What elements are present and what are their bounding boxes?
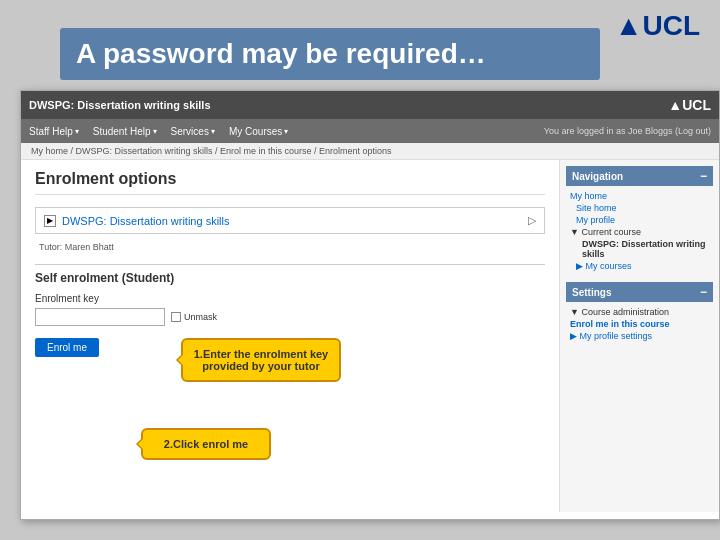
section-divider [35,264,545,265]
page-title: Enrolment options [35,170,545,195]
nav-services[interactable]: Services ▾ [171,126,215,137]
sidebar-course-admin-label: ▼ Course administration [566,306,713,318]
content-area: Enrolment options ▶ DWSPG: Dissertation … [21,160,719,512]
sidebar-item-enrol-me[interactable]: Enrol me in this course [566,318,713,330]
right-sidebar: Navigation − My home Site home My profil… [559,160,719,512]
chevron-down-icon: ▾ [211,127,215,136]
settings-block: Settings − ▼ Course administration Enrol… [566,282,713,342]
browser-topbar: DWSPG: Dissertation writing skills ▲UCL [21,91,719,119]
unmask-checkbox-label: Unmask [171,312,217,322]
sidebar-item-my-profile[interactable]: My profile [566,214,713,226]
course-box: ▶ DWSPG: Dissertation writing skills ▷ [35,207,545,234]
chevron-down-icon: ▾ [284,127,288,136]
course-name[interactable]: DWSPG: Dissertation writing skills [62,215,229,227]
slide-heading: A password may be required… [60,28,600,80]
browser-title: DWSPG: Dissertation writing skills [29,99,662,111]
callout-enrol-me: 2.Click enrol me [141,428,271,460]
breadcrumb: My home / DWSPG: Dissertation writing sk… [21,143,719,160]
enrol-key-label: Enrolment key [35,293,545,304]
chevron-down-icon: ▾ [153,127,157,136]
browser-ucl-logo: ▲UCL [668,97,711,113]
sidebar-item-my-courses[interactable]: ▶ My courses [566,260,713,272]
sidebar-item-my-home[interactable]: My home [566,190,713,202]
sidebar-item-profile-settings[interactable]: ▶ My profile settings [566,330,713,342]
left-content: Enrolment options ▶ DWSPG: Dissertation … [21,160,559,512]
course-icon: ▶ [44,215,56,227]
self-enrol-title: Self enrolment (Student) [35,271,545,285]
navigation-block: Navigation − My home Site home My profil… [566,166,713,272]
sidebar-item-site-home[interactable]: Site home [566,202,713,214]
navigation-collapse-button[interactable]: − [700,169,707,183]
nav-staff-help[interactable]: Staff Help ▾ [29,126,79,137]
nav-bar: Staff Help ▾ Student Help ▾ Services ▾ M… [21,119,719,143]
sidebar-current-course-label: ▼ Current course [566,226,713,238]
enrol-me-button[interactable]: Enrol me [35,338,99,357]
nav-my-courses[interactable]: My Courses ▾ [229,126,288,137]
browser-window: DWSPG: Dissertation writing skills ▲UCL … [20,90,720,520]
tutor-line: Tutor: Maren Bhatt [35,242,545,252]
settings-block-header: Settings − [566,282,713,302]
navigation-block-header: Navigation − [566,166,713,186]
enrol-key-field[interactable] [35,308,165,326]
ucl-triangle-icon: ▲ [615,10,643,41]
callout-enrol-key: 1.Enter the enrolment key provided by yo… [181,338,341,382]
sidebar-item-dwspg[interactable]: DWSPG: Dissertation writing skills [566,238,713,260]
settings-collapse-button[interactable]: − [700,285,707,299]
chevron-down-icon: ▾ [75,127,79,136]
nav-student-help[interactable]: Student Help ▾ [93,126,157,137]
logged-in-text: You are logged in as Joe Bloggs (Log out… [544,126,711,136]
unmask-checkbox[interactable] [171,312,181,322]
ucl-logo-main: ▲UCL [615,10,700,42]
external-link-icon: ▷ [528,214,536,227]
enrol-key-input-row: Unmask [35,308,545,326]
